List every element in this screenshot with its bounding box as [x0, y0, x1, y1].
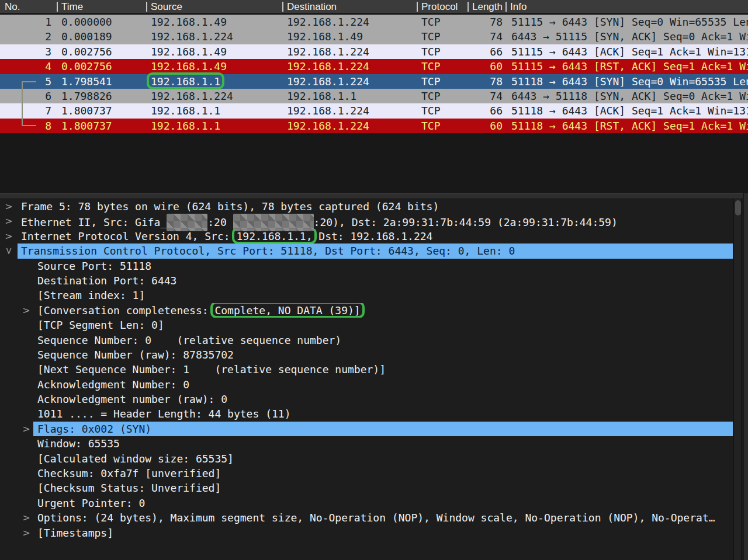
chevron-right-icon[interactable]: > [4, 214, 14, 228]
cell-length: 60 [468, 59, 505, 74]
cell-time: 0.000189 [57, 29, 146, 44]
detail-line[interactable]: >Transmission Control Protocol, Src Port… [0, 244, 748, 258]
detail-line[interactable]: [Next Sequence Number: 1 (relative seque… [0, 362, 748, 377]
detail-line[interactable]: [Calculated window size: 65535] [0, 451, 748, 466]
cell-protocol: TCP [417, 89, 468, 103]
packet-rows: 10.000000192.168.1.49192.168.1.224TCP785… [0, 15, 748, 133]
detail-line[interactable]: Source Port: 51118 [0, 259, 748, 273]
cell-source: 192.168.1.1 [146, 119, 282, 133]
column-header-source[interactable]: Source [146, 0, 282, 13]
cell-protocol: TCP [417, 74, 468, 89]
cell-source: 192.168.1.49 [146, 15, 282, 29]
chevron-right-icon[interactable]: > [4, 199, 14, 214]
detail-line[interactable]: >Frame 5: 78 bytes on wire (624 bits), 7… [0, 199, 748, 214]
detail-line-text: Checksum: 0xfa7f [unverified] [37, 466, 733, 481]
detail-line[interactable]: Urgent Pointer: 0 [0, 496, 748, 510]
column-header-time[interactable]: Time [57, 0, 146, 13]
detail-line-text: Sequence Number: 0 (relative sequence nu… [37, 333, 733, 347]
column-header-destination[interactable]: Destination [282, 0, 417, 13]
column-header-length[interactable]: Length [468, 0, 505, 13]
chevron-right-icon[interactable]: > [4, 229, 14, 244]
column-header-no[interactable]: No. [0, 0, 57, 13]
detail-line-text: Flags: 0x002 (SYN) [33, 422, 733, 436]
cell-source: 192.168.1.1 [146, 74, 282, 89]
detail-line[interactable]: >Options: (24 bytes), Maximum segment si… [0, 510, 748, 525]
packet-row[interactable]: 71.800737192.168.1.1192.168.1.224TCP6651… [0, 103, 748, 118]
cell-length: 66 [468, 44, 505, 59]
cell-length: 60 [468, 119, 505, 133]
cell-length: 78 [468, 15, 505, 29]
cell-time: 1.798826 [57, 89, 146, 103]
cell-destination: 192.168.1.224 [282, 103, 417, 118]
cell-protocol: TCP [417, 15, 468, 29]
detail-line-text: Acknowledgment number (raw): 0 [37, 392, 733, 406]
cell-info: 51115 → 6443 [RST, ACK] Seq=1 Ack=1 Win=… [505, 59, 748, 74]
cell-destination: 192.168.1.224 [282, 15, 417, 29]
cell-destination: 192.168.1.224 [282, 44, 417, 59]
chevron-right-icon[interactable]: > [21, 303, 32, 318]
detail-line[interactable]: [Checksum Status: Unverified] [0, 481, 748, 495]
cell-source: 192.168.1.49 [146, 59, 282, 74]
cell-length: 74 [468, 89, 505, 103]
conversation-bracket [22, 81, 36, 126]
cell-info: 51115 → 6443 [SYN] Seq=0 Win=65535 Len=0 [505, 15, 748, 29]
cell-protocol: TCP [417, 59, 468, 74]
detail-line[interactable]: >Internet Protocol Version 4, Src: 192.1… [0, 229, 748, 244]
detail-line[interactable]: Sequence Number (raw): 87835702 [0, 347, 748, 362]
detail-line-text: Destination Port: 6443 [37, 273, 733, 288]
detail-line-text: Options: (24 bytes), Maximum segment siz… [37, 510, 733, 525]
annotation-green-box: 192.168.1.1 [151, 74, 220, 89]
detail-line-text: Window: 65535 [37, 436, 733, 451]
detail-line[interactable]: >[Conversation completeness: Complete, N… [0, 303, 748, 318]
detail-line[interactable]: [TCP Segment Len: 0] [0, 318, 748, 332]
packet-row[interactable]: 61.798826192.168.1.224192.168.1.1TCP7464… [0, 89, 748, 103]
cell-time: 0.002756 [57, 44, 146, 59]
cell-info: 6443 → 51115 [SYN, ACK] Seq=0 Ack=1 Win=… [505, 29, 748, 44]
detail-line[interactable]: Checksum: 0xfa7f [unverified] [0, 466, 748, 481]
cell-destination: 192.168.1.1 [282, 89, 417, 103]
detail-line[interactable]: Window: 65535 [0, 436, 748, 451]
detail-line-text: [TCP Segment Len: 0] [37, 318, 733, 332]
cell-time: 1.800737 [57, 103, 146, 118]
annotation-green-box: Complete, NO_DATA (39)] [214, 303, 360, 318]
annotation-green-box: 192.168.1.1, [236, 229, 312, 244]
detail-line[interactable]: >[Timestamps] [0, 526, 748, 540]
packet-row[interactable]: 40.002756192.168.1.49192.168.1.224TCP605… [0, 59, 748, 74]
details-scrollbar-thumb[interactable] [735, 200, 741, 215]
packet-row[interactable]: 30.002756192.168.1.49192.168.1.224TCP665… [0, 44, 748, 59]
detail-line[interactable]: Sequence Number: 0 (relative sequence nu… [0, 333, 748, 347]
chevron-down-icon[interactable]: > [1, 246, 16, 256]
chevron-right-icon[interactable]: > [21, 526, 32, 540]
cell-protocol: TCP [417, 103, 468, 118]
packet-row[interactable]: 20.000189192.168.1.224192.168.1.49TCP746… [0, 29, 748, 44]
chevron-right-icon[interactable]: > [21, 510, 32, 525]
detail-line[interactable]: [Stream index: 1] [0, 288, 748, 302]
chevron-right-icon[interactable]: > [21, 422, 32, 436]
packet-row[interactable]: 81.800737192.168.1.1192.168.1.224TCP6051… [0, 119, 748, 133]
packet-list-empty-area [0, 133, 748, 193]
cell-no: 4 [0, 59, 57, 74]
detail-line[interactable]: Destination Port: 6443 [0, 273, 748, 288]
packet-list: No. Time Source Destination Protocol Len… [0, 0, 748, 133]
cell-time: 0.002756 [57, 59, 146, 74]
detail-line[interactable]: >Flags: 0x002 (SYN) [0, 422, 748, 436]
detail-line[interactable]: Acknowledgment number (raw): 0 [0, 392, 748, 406]
detail-line-text: Frame 5: 78 bytes on wire (624 bits), 78… [21, 199, 733, 214]
detail-line[interactable]: Acknowledgment Number: 0 [0, 377, 748, 392]
detail-line-text: Source Port: 51118 [37, 259, 733, 273]
cell-no: 3 [0, 44, 57, 59]
right-edge-strip [743, 193, 748, 560]
pane-splitter[interactable] [0, 193, 748, 199]
details-scrollbar[interactable] [733, 199, 742, 560]
packet-row[interactable]: 10.000000192.168.1.49192.168.1.224TCP785… [0, 15, 748, 29]
cell-time: 0.000000 [57, 15, 146, 29]
column-header-info[interactable]: Info [505, 0, 748, 13]
column-header-protocol[interactable]: Protocol [417, 0, 468, 13]
packet-row[interactable]: 51.798541192.168.1.1192.168.1.224TCP7851… [0, 74, 748, 89]
detail-line[interactable]: >Ethernet II, Src: Gifa_:20 :20), Dst: 2… [0, 214, 748, 228]
detail-line-text: Urgent Pointer: 0 [37, 496, 733, 510]
cell-source: 192.168.1.49 [146, 44, 282, 59]
detail-line[interactable]: 1011 .... = Header Length: 44 bytes (11) [0, 406, 748, 421]
cell-source: 192.168.1.224 [146, 29, 282, 44]
cell-source: 192.168.1.1 [146, 103, 282, 118]
